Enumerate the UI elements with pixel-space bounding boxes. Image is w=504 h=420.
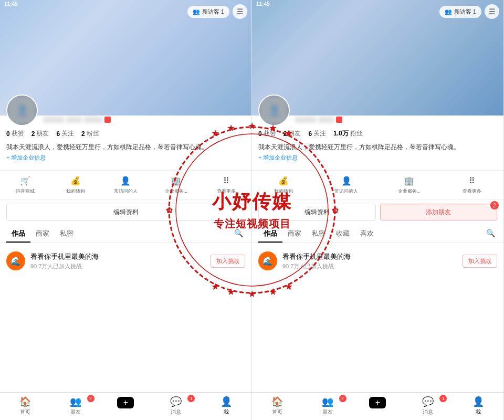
right-bio: 我本天涯流浪人，爱携轻狂万里行，方如棋阵定品格，琴若音律写心魂。 — [258, 142, 497, 152]
left-nav-me[interactable]: 👤 我 — [201, 396, 251, 416]
left-new-visitor-btn[interactable]: 👥 新访客 1 — [187, 6, 229, 18]
right-icons-row: 💰 我的钱包 👤 常访问的人 🏢 企业服务... ⠿ 查看更多 — [252, 170, 503, 200]
left-tab-merchant[interactable]: 商家 — [30, 225, 55, 243]
left-name-block-2 — [66, 117, 82, 123]
right-nav-messages[interactable]: 💬 消息 1 — [403, 396, 453, 416]
left-challenge-title: 看看你手机里最美的海 — [30, 252, 205, 261]
right-nav-friends[interactable]: 👥 朋友 2 — [302, 396, 353, 416]
right-challenge-title: 看看你手机里最美的海 — [282, 252, 457, 261]
left-icon-frequent[interactable]: 👤 常访问的人 — [101, 175, 151, 195]
right-challenge-count: 90.7万人已加入挑战 — [282, 262, 457, 270]
right-icon-frequent[interactable]: 👤 常访问的人 — [315, 175, 378, 195]
more-icon: ⠿ — [220, 175, 232, 186]
left-add-info[interactable]: + 增加企业信息 — [6, 154, 245, 162]
left-messages-badge: 1 — [187, 395, 195, 402]
frequent-icon: 👤 — [120, 175, 131, 186]
right-nav-me[interactable]: 👤 我 — [453, 396, 503, 416]
right-new-visitor-btn[interactable]: 👥 新访客 1 — [439, 6, 481, 18]
right-action-btns: 编辑资料 添加朋友 2 — [252, 200, 503, 225]
left-icon-enterprise[interactable]: 🏢 企业服务... — [151, 175, 201, 195]
left-nav-friends[interactable]: 👥 朋友 2 — [50, 396, 101, 416]
shop-icon: 🛒 — [19, 175, 31, 186]
left-panel: 11:45 👥 新访客 1 ☰ 👤 — [0, 0, 252, 420]
left-content-area: 🌊 看看你手机里最美的海 90.7万人已加入挑战 加入挑战 — [0, 243, 251, 392]
right-name-block-3 — [336, 117, 342, 123]
left-tab-works[interactable]: 作品 — [6, 225, 30, 243]
right-tab-likes[interactable]: 喜欢 — [355, 225, 379, 243]
left-tab-private[interactable]: 私密 — [55, 225, 79, 243]
right-enterprise-icon: 🏢 — [403, 175, 415, 186]
right-tab-collection[interactable]: 收藏 — [331, 225, 355, 243]
right-add-friend-btn[interactable]: 添加朋友 2 — [380, 204, 498, 220]
left-tabs-row: 作品 商家 私密 🔍 — [0, 225, 251, 243]
left-nav-messages[interactable]: 💬 消息 1 — [151, 396, 201, 416]
left-nav-home[interactable]: 🏠 首页 — [0, 396, 50, 416]
right-tab-private[interactable]: 私密 — [307, 225, 331, 243]
left-icon-more[interactable]: ⠿ 查看更多 — [201, 175, 251, 195]
right-challenge-item: 🌊 看看你手机里最美的海 90.7万人已加入挑战 加入挑战 — [258, 247, 497, 275]
left-stats-row: 0 获赞 2 朋友 6 关注 2 粉丝 — [6, 129, 245, 138]
left-nav-plus[interactable]: + — [101, 396, 151, 416]
right-icon-more[interactable]: ⠿ 查看更多 — [440, 175, 503, 195]
right-avatar: 👤 — [258, 94, 290, 126]
left-challenge-icon: 🌊 — [6, 251, 25, 270]
left-name-block-3 — [84, 117, 102, 123]
plus-icon: + — [117, 397, 134, 408]
right-stats-row: 0 获赞 2 朋友 6 关注 1.0万 粉丝 — [258, 129, 497, 138]
people-icon: 👥 — [193, 8, 200, 15]
right-name-block-2 — [318, 117, 334, 123]
wallet-icon: 💰 — [70, 175, 81, 186]
right-friends-icon: 👥 — [322, 396, 333, 407]
right-me-icon: 👤 — [472, 396, 484, 407]
right-content-area: 🌊 看看你手机里最美的海 90.7万人已加入挑战 加入挑战 — [252, 243, 503, 392]
right-join-btn[interactable]: 加入挑战 — [463, 255, 497, 268]
me-icon: 👤 — [220, 396, 232, 407]
left-edit-profile-btn[interactable]: 编辑资料 — [6, 204, 245, 220]
left-name-block-4 — [104, 117, 111, 123]
left-time: 11:45 — [4, 1, 18, 7]
left-name-blocks — [43, 117, 111, 123]
home-icon: 🏠 — [19, 396, 31, 407]
right-icon-wallet[interactable]: 💰 我的钱包 — [252, 175, 315, 195]
left-menu-btn[interactable]: ☰ — [233, 4, 247, 19]
left-tab-search[interactable]: 🔍 — [232, 225, 245, 243]
right-nav-plus[interactable]: + — [353, 396, 403, 416]
left-avatar-area: 👤 — [6, 94, 111, 126]
right-menu-btn[interactable]: ☰ — [485, 4, 499, 19]
left-action-btns: 编辑资料 — [0, 200, 251, 225]
right-tab-works[interactable]: 作品 — [258, 225, 282, 243]
right-add-info[interactable]: + 增加企业信息 — [258, 154, 497, 162]
right-icon-enterprise[interactable]: 🏢 企业服务... — [378, 175, 441, 195]
right-stat-friends: 2 朋友 — [284, 129, 301, 138]
right-top-bar: 👥 新访客 1 ☰ — [439, 4, 499, 19]
left-avatar: 👤 — [6, 94, 38, 126]
messages-icon: 💬 — [170, 396, 182, 407]
right-friends-badge: 2 — [339, 395, 346, 402]
left-join-btn[interactable]: 加入挑战 — [211, 255, 245, 268]
right-messages-icon: 💬 — [422, 396, 434, 407]
right-nav-home[interactable]: 🏠 首页 — [252, 396, 302, 416]
right-name-row — [295, 117, 342, 124]
left-icon-wallet[interactable]: 💰 我的钱包 — [50, 175, 101, 195]
right-tabs-row: 作品 商家 私密 收藏 喜欢 🔍 — [252, 225, 503, 243]
right-frequent-icon: 👤 — [341, 175, 352, 186]
left-stat-friends: 2 朋友 — [32, 129, 49, 138]
right-tab-merchant[interactable]: 商家 — [282, 225, 307, 243]
left-challenge-info: 看看你手机里最美的海 90.7万人已加入挑战 — [30, 252, 205, 270]
right-tab-search[interactable]: 🔍 — [484, 225, 497, 243]
left-name-row — [43, 117, 111, 124]
left-icon-shop[interactable]: 🛒 抖音商城 — [0, 175, 50, 195]
right-edit-profile-btn[interactable]: 编辑资料 — [258, 204, 376, 220]
right-more-icon: ⠿ — [466, 175, 478, 186]
right-name-block-1 — [295, 117, 316, 123]
right-wallet-icon: 💰 — [278, 175, 289, 186]
right-home-icon: 🏠 — [271, 396, 283, 407]
right-avatar-area: 👤 — [258, 94, 342, 126]
right-challenge-info: 看看你手机里最美的海 90.7万人已加入挑战 — [282, 252, 457, 270]
right-messages-badge: 1 — [439, 395, 447, 402]
left-challenge-item: 🌊 看看你手机里最美的海 90.7万人已加入挑战 加入挑战 — [6, 247, 245, 275]
right-avatar-image: 👤 — [259, 96, 289, 125]
right-name-blocks — [295, 117, 342, 123]
left-banner: 11:45 👥 新访客 1 ☰ 👤 — [0, 0, 251, 116]
left-name-block-1 — [43, 117, 64, 123]
